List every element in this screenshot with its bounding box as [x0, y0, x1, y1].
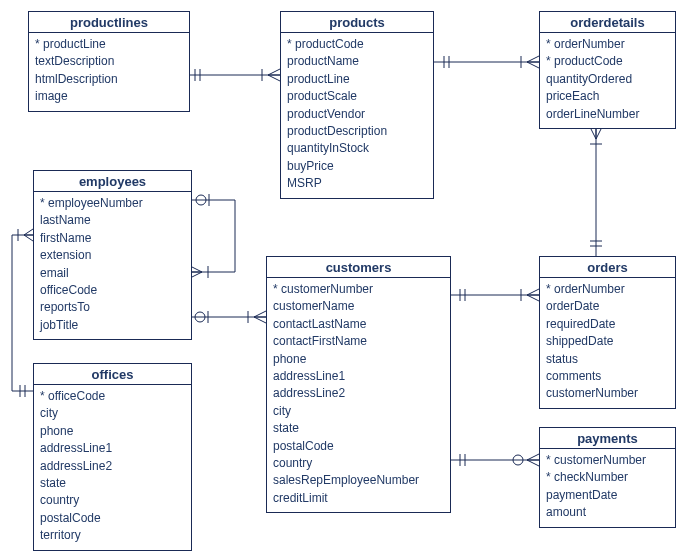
field: * orderNumber	[546, 36, 669, 53]
entity-employees-body: * employeeNumber lastName firstName exte…	[34, 192, 191, 339]
entity-products-body: * productCode productName productLine pr…	[281, 33, 433, 198]
field: * customerNumber	[273, 281, 444, 298]
field: reportsTo	[40, 299, 185, 316]
field: buyPrice	[287, 158, 427, 175]
entity-customers: customers * customerNumber customerName …	[266, 256, 451, 513]
field: addressLine1	[273, 368, 444, 385]
entity-orderdetails-title: orderdetails	[540, 12, 675, 33]
field: * officeCode	[40, 388, 185, 405]
field: productLine	[287, 71, 427, 88]
field: * checkNumber	[546, 469, 669, 486]
field: state	[40, 475, 185, 492]
field: country	[273, 455, 444, 472]
svg-line-25	[527, 289, 539, 295]
field: addressLine1	[40, 440, 185, 457]
field: quantityInStock	[287, 140, 427, 157]
entity-orderdetails: orderdetails * orderNumber * productCode…	[539, 11, 676, 129]
entity-offices: offices * officeCode city phone addressL…	[33, 363, 192, 551]
field: * employeeNumber	[40, 195, 185, 212]
field: jobTitle	[40, 317, 185, 334]
entity-customers-title: customers	[267, 257, 450, 278]
field: phone	[273, 351, 444, 368]
svg-line-5	[268, 75, 280, 81]
entity-offices-title: offices	[34, 364, 191, 385]
field: addressLine2	[273, 385, 444, 402]
field: priceEach	[546, 88, 669, 105]
field: productDescription	[287, 123, 427, 140]
svg-line-51	[24, 229, 33, 235]
field: paymentDate	[546, 487, 669, 504]
entity-employees-title: employees	[34, 171, 191, 192]
entity-customers-body: * customerNumber customerName contactLas…	[267, 278, 450, 512]
field: status	[546, 351, 669, 368]
field: * productCode	[546, 53, 669, 70]
field: creditLimit	[273, 490, 444, 507]
entity-orders-body: * orderNumber orderDate requiredDate shi…	[540, 278, 675, 408]
field: state	[273, 420, 444, 437]
field: shippedDate	[546, 333, 669, 350]
field: firstName	[40, 230, 185, 247]
field: orderDate	[546, 298, 669, 315]
entity-products-title: products	[281, 12, 433, 33]
field: contactLastName	[273, 316, 444, 333]
field: lastName	[40, 212, 185, 229]
entity-payments-body: * customerNumber * checkNumber paymentDa…	[540, 449, 675, 527]
field: comments	[546, 368, 669, 385]
field: phone	[40, 423, 185, 440]
field: orderLineNumber	[546, 106, 669, 123]
field: * productLine	[35, 36, 183, 53]
svg-line-33	[527, 460, 539, 466]
svg-line-40	[254, 317, 266, 323]
field: MSRP	[287, 175, 427, 192]
field: contactFirstName	[273, 333, 444, 350]
field: requiredDate	[546, 316, 669, 333]
entity-payments: payments * customerNumber * checkNumber …	[539, 427, 676, 528]
entity-orderdetails-body: * orderNumber * productCode quantityOrde…	[540, 33, 675, 128]
svg-line-39	[254, 311, 266, 317]
entity-productlines-body: * productLine textDescription htmlDescri…	[29, 33, 189, 111]
field: customerNumber	[546, 385, 669, 402]
field: customerName	[273, 298, 444, 315]
entity-productlines: productlines * productLine textDescripti…	[28, 11, 190, 112]
field: city	[40, 405, 185, 422]
entity-products: products * productCode productName produ…	[280, 11, 434, 199]
svg-line-11	[527, 56, 539, 62]
svg-line-32	[527, 454, 539, 460]
field: officeCode	[40, 282, 185, 299]
entity-productlines-title: productlines	[29, 12, 189, 33]
field: salesRepEmployeeNumber	[273, 472, 444, 489]
field: postalCode	[273, 438, 444, 455]
field: * productCode	[287, 36, 427, 53]
field: quantityOrdered	[546, 71, 669, 88]
field: productName	[287, 53, 427, 70]
field: textDescription	[35, 53, 183, 70]
field: htmlDescription	[35, 71, 183, 88]
entity-orders: orders * orderNumber orderDate requiredD…	[539, 256, 676, 409]
field: extension	[40, 247, 185, 264]
field: productScale	[287, 88, 427, 105]
svg-line-52	[24, 235, 33, 241]
field: amount	[546, 504, 669, 521]
field: email	[40, 265, 185, 282]
entity-payments-title: payments	[540, 428, 675, 449]
field: city	[273, 403, 444, 420]
field: territory	[40, 527, 185, 544]
field: image	[35, 88, 183, 105]
svg-line-12	[527, 62, 539, 68]
field: * customerNumber	[546, 452, 669, 469]
svg-line-26	[527, 295, 539, 301]
field: addressLine2	[40, 458, 185, 475]
field: postalCode	[40, 510, 185, 527]
field: * orderNumber	[546, 281, 669, 298]
svg-line-4	[268, 69, 280, 75]
field: productVendor	[287, 106, 427, 123]
entity-employees: employees * employeeNumber lastName firs…	[33, 170, 192, 340]
entity-orders-title: orders	[540, 257, 675, 278]
field: country	[40, 492, 185, 509]
entity-offices-body: * officeCode city phone addressLine1 add…	[34, 385, 191, 550]
